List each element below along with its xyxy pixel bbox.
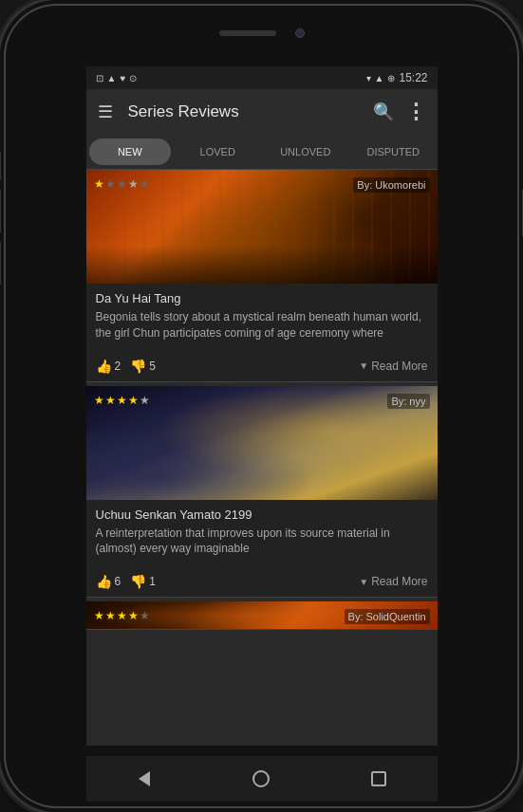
star-1-5: ★	[140, 177, 150, 191]
thumbs-down-icon-2: 👎	[130, 574, 146, 589]
star-rating-1: ★ ★ ★ ★ ★	[94, 177, 150, 191]
recents-icon	[371, 771, 386, 786]
card-footer-2: 👍 6 👎 1 ▼ Read More	[86, 570, 438, 597]
star-2-5: ★	[140, 394, 150, 407]
back-icon	[139, 771, 150, 786]
star-2-4: ★	[128, 394, 139, 407]
star-1-4: ★	[128, 177, 139, 191]
battery-charging-icon: ⊕	[387, 73, 395, 83]
read-more-label-1: Read More	[371, 360, 427, 373]
recents-button[interactable]	[360, 760, 398, 798]
card-body-2: Uchuu Senkan Yamato 2199 A reinterpretat…	[86, 500, 438, 571]
thumbs-up-icon-1: 👍	[96, 359, 112, 374]
tab-new[interactable]: NEW	[89, 138, 172, 165]
review-card-2: ★ ★ ★ ★ ★ By: nyy Uchuu Senkan Yamato 21…	[86, 386, 438, 599]
status-bar: ⊡ ▲ ♥ ⊙ ▾ ▲ ⊕ 15:22	[86, 66, 438, 89]
card-body-1: Da Yu Hai Tang Begonia tells story about…	[86, 284, 438, 355]
card-hero-2: ★ ★ ★ ★ ★ By: nyy	[86, 386, 438, 500]
more-options-icon[interactable]: ⋮	[405, 100, 426, 124]
card-footer-1: 👍 2 👎 5 ▼ Read More	[86, 355, 438, 381]
author-2: By: nyy	[387, 394, 429, 409]
star-3-5: ★	[140, 609, 150, 622]
star-3-2: ★	[105, 609, 116, 622]
thumbs-up-count-1: 2	[115, 360, 121, 373]
star-2-3: ★	[117, 394, 127, 407]
top-bezel	[0, 0, 523, 66]
read-more-button-1[interactable]: ▼ Read More	[359, 360, 427, 373]
star-rating-3: ★ ★ ★ ★ ★	[94, 609, 150, 622]
author-3: By: SolidQuentin	[345, 609, 430, 624]
star-3-3: ★	[117, 609, 127, 622]
read-more-button-2[interactable]: ▼ Read More	[359, 575, 427, 588]
star-1-1: ★	[94, 177, 104, 191]
thumbs-up-1[interactable]: 👍 2	[96, 359, 121, 374]
read-more-label-2: Read More	[371, 575, 427, 588]
thumbs-up-2[interactable]: 👍 6	[96, 574, 121, 589]
review-card-1: ★ ★ ★ ★ ★ By: Ukomorebi Da Yu Hai Tang B…	[86, 170, 438, 382]
clock: 15:22	[399, 71, 427, 84]
speaker-grill	[219, 30, 276, 36]
star-rating-2: ★ ★ ★ ★ ★	[94, 394, 150, 407]
thumbs-down-count-2: 1	[149, 575, 156, 588]
app-title: Series Reviews	[128, 102, 373, 121]
thumbs-down-count-1: 5	[149, 360, 156, 373]
app-bar-actions: 🔍 ⋮	[373, 100, 426, 124]
notification-icon-1: ⊡	[96, 73, 103, 83]
author-1: By: Ukomorebi	[353, 177, 429, 193]
content-area: ★ ★ ★ ★ ★ By: Ukomorebi Da Yu Hai Tang B…	[86, 170, 438, 746]
star-2-2: ★	[105, 394, 116, 407]
read-more-arrow-1: ▼	[359, 360, 368, 371]
star-1-2: ★	[105, 177, 116, 191]
thumbs-down-1[interactable]: 👎 5	[130, 359, 156, 374]
star-2-1: ★	[94, 394, 104, 407]
phone-frame: ⊡ ▲ ♥ ⊙ ▾ ▲ ⊕ 15:22 ☰ Series Reviews 🔍 ⋮…	[0, 0, 523, 812]
vote-section-1: 👍 2 👎 5	[96, 359, 156, 374]
card-hero-1: ★ ★ ★ ★ ★ By: Ukomorebi	[86, 170, 438, 284]
screen: ⊡ ▲ ♥ ⊙ ▾ ▲ ⊕ 15:22 ☰ Series Reviews 🔍 ⋮…	[86, 66, 438, 746]
bottom-bezel	[0, 746, 523, 812]
wifi-icon: ▾	[366, 73, 371, 83]
status-right-area: ▾ ▲ ⊕ 15:22	[366, 71, 428, 84]
read-more-arrow-2: ▼	[359, 577, 368, 587]
thumbs-down-2[interactable]: 👎 1	[130, 574, 156, 589]
review-text-2: A reinterpretation that improves upon it…	[96, 526, 428, 558]
back-button[interactable]	[125, 760, 163, 798]
review-text-1: Begonia tells story about a mystical rea…	[96, 309, 428, 341]
series-title-1: Da Yu Hai Tang	[96, 291, 428, 305]
thumbs-down-icon-1: 👎	[130, 359, 146, 374]
app-bar: ☰ Series Reviews 🔍 ⋮	[86, 89, 438, 135]
front-camera	[295, 28, 305, 38]
star-3-4: ★	[128, 609, 139, 622]
camera-button[interactable]	[0, 242, 1, 285]
thumbs-up-icon-2: 👍	[96, 574, 112, 589]
search-icon[interactable]: 🔍	[373, 102, 394, 122]
tab-disputed[interactable]: DISPUTED	[352, 138, 435, 165]
hamburger-menu-icon[interactable]: ☰	[98, 102, 113, 122]
star-1-3: ★	[117, 177, 127, 191]
thumbs-up-count-2: 6	[115, 575, 121, 588]
signal-icon: ▲	[375, 73, 384, 83]
tab-unloved[interactable]: UNLOVED	[265, 138, 347, 165]
tab-bar: NEW LOVED UNLOVED DISPUTED	[86, 135, 438, 170]
tab-loved[interactable]: LOVED	[177, 138, 259, 165]
card-hero-3: ★ ★ ★ ★ ★ By: SolidQuentin	[86, 601, 438, 630]
series-title-2: Uchuu Senkan Yamato 2199	[96, 508, 428, 522]
star-3-1: ★	[94, 609, 104, 622]
review-card-3: ★ ★ ★ ★ ★ By: SolidQuentin	[86, 601, 438, 630]
volume-down-button[interactable]	[0, 190, 1, 232]
vpn-icon: ♥	[120, 73, 125, 83]
vote-section-2: 👍 6 👎 1	[96, 574, 156, 589]
home-button[interactable]	[242, 760, 280, 798]
alarm-icon: ⊙	[129, 73, 137, 83]
notification-icon-2: ▲	[107, 73, 117, 83]
status-left-icons: ⊡ ▲ ♥ ⊙	[96, 73, 138, 83]
home-icon	[252, 770, 270, 787]
nav-bar	[86, 756, 438, 802]
volume-up-button[interactable]	[0, 152, 1, 180]
